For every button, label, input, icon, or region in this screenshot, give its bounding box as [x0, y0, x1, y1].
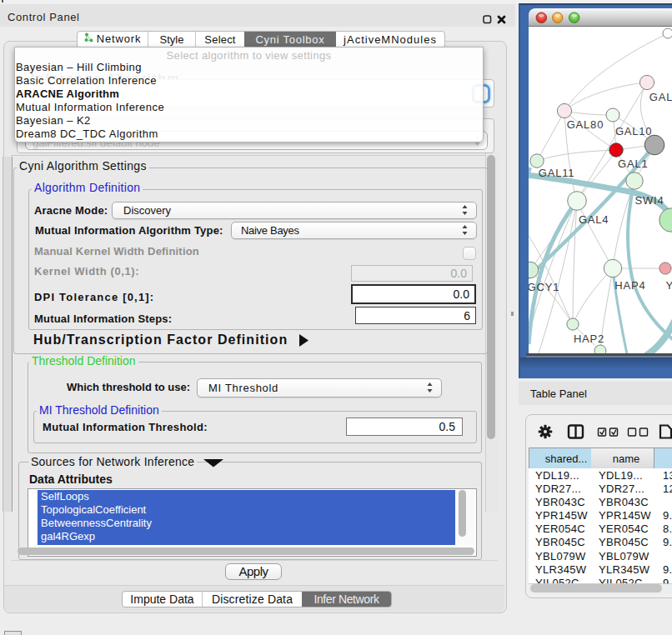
svg-text:GAL11: GAL11: [539, 167, 575, 179]
svg-text:GAL4: GAL4: [579, 213, 609, 226]
svg-text:GCY1: GCY1: [529, 281, 559, 293]
svg-text:GAL10: GAL10: [615, 125, 652, 138]
svg-text:SWI4: SWI4: [635, 194, 664, 207]
svg-text:GAL80: GAL80: [567, 118, 604, 131]
svg-text:GAL1: GAL1: [618, 158, 648, 170]
svg-text:HAP4: HAP4: [614, 279, 645, 292]
svg-text:Y: Y: [666, 279, 672, 292]
svg-text:HAP2: HAP2: [574, 332, 604, 345]
svg-text:GAL: GAL: [649, 91, 672, 103]
